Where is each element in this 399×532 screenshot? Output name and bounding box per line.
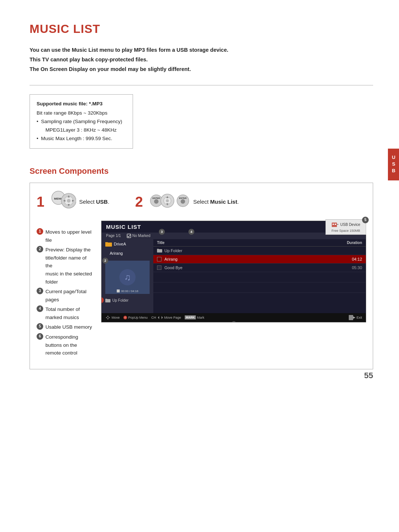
svg-point-19 bbox=[181, 199, 185, 204]
file-row-empty2 bbox=[153, 282, 366, 293]
step1-label: Select USB. bbox=[79, 199, 109, 205]
badge-4: 4 bbox=[188, 229, 194, 235]
legend-badge-4: 4 bbox=[37, 305, 43, 312]
legend-item-5: 5 Usable USB memory bbox=[37, 323, 94, 331]
section-divider bbox=[30, 85, 373, 85]
intro-line2: This TV cannot play back copy-protected … bbox=[30, 56, 373, 64]
usb-side-tab: USB bbox=[388, 149, 399, 180]
usb-device-badge: USB Device Free Space 150MB 5 bbox=[325, 219, 366, 235]
svg-rect-23 bbox=[337, 224, 338, 225]
step2-label: Select Music List. bbox=[193, 199, 239, 205]
svg-text:ENTER: ENTER bbox=[179, 197, 187, 199]
intro-line1: You can use the Music List menu to play … bbox=[30, 46, 373, 54]
bottom-move: Move bbox=[105, 315, 120, 320]
svg-marker-37 bbox=[158, 316, 159, 319]
mockup-marked: No Marked bbox=[127, 234, 150, 238]
legend-list: 1 Moves to upper level file 2 Preview: D… bbox=[37, 228, 94, 357]
svg-text:♫: ♫ bbox=[124, 272, 131, 282]
svg-rect-32 bbox=[157, 249, 159, 250]
svg-text:ENTER: ENTER bbox=[153, 197, 160, 199]
remote-menu-icon: MENU bbox=[51, 190, 76, 213]
music-list-mockup: MUSIC LIST 3 4 Page 1/1 No Marked bbox=[101, 221, 366, 322]
checkbox-icon bbox=[127, 234, 131, 238]
file-list-header: Title Duration bbox=[153, 239, 366, 247]
ch-arrows-icon bbox=[157, 316, 163, 319]
file-row-goodbye: Good Bye 05:30 bbox=[153, 264, 366, 272]
usb-free-space: Free Space 150MB bbox=[330, 229, 362, 233]
remote-step2-icon: ENTER ENTER bbox=[150, 190, 190, 213]
folder-up-icon-left bbox=[105, 298, 110, 302]
mockup-right-panel: Title Duration Up Folder bbox=[153, 239, 366, 313]
svg-point-14 bbox=[166, 199, 169, 202]
bottom-mark: MARK Mark bbox=[185, 315, 204, 319]
mockup-page: Page 1/1 bbox=[106, 234, 121, 238]
folder-drive-icon bbox=[105, 241, 112, 247]
intro-text: You can use the Music List menu to play … bbox=[30, 46, 373, 73]
usb-device-label: USB Device bbox=[340, 223, 360, 227]
usb-icon bbox=[331, 221, 339, 228]
svg-rect-26 bbox=[105, 242, 108, 243]
folder-up-icon bbox=[157, 248, 162, 253]
svg-marker-33 bbox=[107, 315, 109, 317]
mockup-bottom-bar: 6 Move ⊙ bbox=[102, 313, 366, 322]
mockup-left-panel: DriveA Arirang bbox=[102, 239, 153, 313]
legend-item-1: 1 Moves to upper level file bbox=[37, 228, 94, 244]
file-row-upfolder: Up Folder bbox=[153, 247, 366, 255]
file-row-empty1 bbox=[153, 272, 366, 282]
exit-icon bbox=[349, 315, 355, 320]
preview-time: 00:00 / 04:16 bbox=[117, 289, 139, 293]
bottom-ch-move-page: CH Move Page bbox=[151, 316, 181, 319]
svg-marker-36 bbox=[109, 317, 110, 318]
badge-6: 6 bbox=[231, 321, 237, 322]
svg-point-11 bbox=[154, 199, 158, 204]
drive-item: DriveA bbox=[102, 239, 153, 249]
legend-item-2: 2 Preview: Display thetitle/folder name … bbox=[37, 246, 94, 286]
svg-point-4 bbox=[67, 199, 71, 203]
page-number: 55 bbox=[364, 371, 373, 380]
info-bullet1: Sampling rate (Sampling Frequency) MPEG1… bbox=[37, 118, 126, 135]
page-title: MUSIC LIST bbox=[30, 22, 373, 36]
step1-number: 1 bbox=[37, 195, 44, 209]
info-box: Supported music file: *.MP3 Bit rate ran… bbox=[30, 94, 133, 149]
info-bullet2: Music Max Length : 999.59 Sec. bbox=[37, 135, 126, 143]
svg-marker-38 bbox=[161, 316, 163, 319]
svg-marker-40 bbox=[353, 316, 355, 319]
info-box-line1: Bit rate range 8Kbps ~ 320Kbps bbox=[37, 109, 126, 118]
svg-marker-34 bbox=[107, 318, 109, 320]
badge-5: 5 bbox=[362, 217, 369, 223]
badge-2: 2 bbox=[102, 258, 108, 264]
music-note-icon: ♫ bbox=[118, 268, 137, 287]
bottom-exit: Exit bbox=[349, 315, 362, 320]
legend-badge-5: 5 bbox=[37, 323, 43, 330]
section-title-screen-components: Screen Components bbox=[30, 166, 373, 176]
step2-number: 2 bbox=[135, 195, 143, 209]
bottom-popup: ⊙ PopUp Menu bbox=[123, 316, 148, 319]
file-row-arirang: Arirang 04:12 bbox=[153, 255, 366, 264]
music-preview: ♫ 2 00:00 / 04:16 bbox=[105, 261, 150, 294]
badge-1: 1 bbox=[101, 297, 104, 303]
legend-badge-3: 3 bbox=[37, 288, 43, 294]
legend-item-3: 3 Current page/Total pages bbox=[37, 288, 94, 304]
folder-arirang: Arirang bbox=[102, 249, 153, 258]
svg-rect-30 bbox=[105, 299, 107, 300]
intro-line3: The On Screen Display on your model may … bbox=[30, 65, 373, 74]
svg-rect-21 bbox=[332, 224, 334, 225]
info-box-title: Supported music file: *.MP3 bbox=[37, 100, 126, 108]
move-arrows-icon bbox=[105, 315, 110, 320]
badge-3: 3 bbox=[159, 229, 165, 235]
diagram-box: 1 MENU bbox=[30, 183, 373, 369]
legend-item-6: 6 Corresponding buttons on the remote co… bbox=[37, 333, 94, 357]
svg-rect-22 bbox=[335, 224, 336, 225]
legend-badge-2: 2 bbox=[37, 246, 43, 253]
svg-marker-35 bbox=[106, 317, 107, 318]
svg-rect-20 bbox=[332, 223, 337, 227]
svg-rect-39 bbox=[349, 315, 353, 320]
up-folder-left: 1 Up Folder bbox=[102, 297, 153, 304]
legend-badge-6: 6 bbox=[37, 333, 43, 340]
legend-badge-1: 1 bbox=[37, 228, 43, 235]
legend-item-4: 4 Total number of marked musics bbox=[37, 305, 94, 321]
